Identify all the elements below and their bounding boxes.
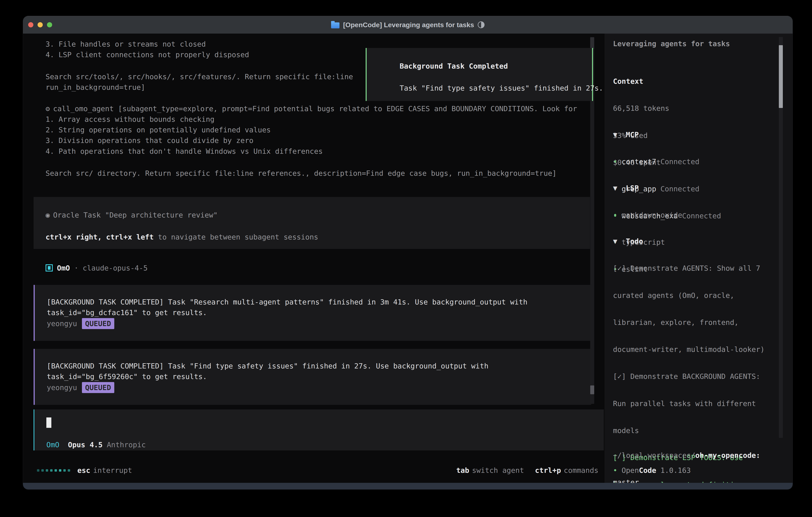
todo-line: librarian, explore, frontend, bbox=[613, 317, 773, 328]
mcp-item: •context7Connected bbox=[613, 156, 721, 167]
tool-call-item: 2. String operations on potentially unde… bbox=[46, 125, 271, 135]
card-text-line: [BACKGROUND TASK COMPLETED] Task "Resear… bbox=[47, 297, 527, 307]
user-label: yeongyu bbox=[47, 383, 77, 392]
context-heading: Context bbox=[613, 76, 669, 87]
workspace-repo: oh-my-opencode: bbox=[695, 451, 760, 459]
session-title: Leveraging agents for tasks bbox=[613, 38, 730, 49]
workspace-path-row: ~/local-workspaces/oh-my-opencode: bbox=[613, 450, 760, 461]
todo-line: document-writer, multimodal-looker) bbox=[613, 344, 773, 355]
agent-model: claude-opus-4-5 bbox=[83, 264, 148, 272]
shortcut-key: ctrl+x left bbox=[106, 233, 154, 241]
progress-spinner bbox=[37, 469, 70, 472]
folder-icon bbox=[331, 22, 340, 28]
tool-call-footer: Search src/ directory. Return specific f… bbox=[46, 168, 557, 179]
input-model-name[interactable]: Opus 4.5 bbox=[68, 441, 103, 449]
separator-dot: · bbox=[74, 264, 79, 272]
esc-key-label: interrupt bbox=[93, 466, 132, 474]
close-button[interactable] bbox=[28, 22, 33, 27]
toast-title: Background Task Completed bbox=[400, 61, 508, 71]
proxy-circle-icon bbox=[478, 21, 485, 28]
window-title: [OpenCode] Leveraging agents for tasks bbox=[343, 21, 474, 29]
card-text-line: task_id="bg_dcfac161" to get results. bbox=[47, 307, 207, 318]
message-line: run_in_background=true] bbox=[46, 82, 145, 92]
tool-call-item: 3. Division operations that could divide… bbox=[46, 135, 253, 146]
gear-icon: ⚙ bbox=[46, 105, 50, 113]
card-meta-row: yeongyuQUEUED bbox=[47, 318, 114, 329]
mcp-heading-row[interactable]: ▼MCP bbox=[613, 129, 721, 140]
background-task-card: [BACKGROUND TASK COMPLETED] Task "Find t… bbox=[34, 349, 591, 405]
shortcut-key: ctrl+x right, bbox=[46, 233, 102, 241]
desktop: [OpenCode] Leveraging agents for tasks 3… bbox=[0, 0, 812, 517]
card-meta-row: yeongyuQUEUED bbox=[47, 382, 114, 393]
message-line: 3. File handles or streams not closed bbox=[46, 39, 206, 49]
ctrlp-key-label: commands bbox=[564, 466, 599, 474]
version-row: •OpenCode1.0.163 bbox=[613, 465, 691, 475]
input-provider-name: Anthropic bbox=[107, 441, 146, 449]
main-scrollbar-thumb[interactable] bbox=[590, 385, 594, 394]
oracle-icon: ◉ bbox=[46, 211, 50, 219]
workspace-info: ~/local-workspaces/oh-my-opencode: maste… bbox=[613, 434, 760, 489]
toast-notification: Background Task Completed Task "Find typ… bbox=[366, 48, 593, 101]
chevron-down-icon: ▼ bbox=[613, 129, 626, 140]
app-version: 1.0.163 bbox=[660, 466, 691, 474]
oracle-task-panel: ◉Oracle Task "Deep architecture review" … bbox=[34, 197, 590, 249]
bullet-icon: • bbox=[613, 465, 621, 475]
opencode-window: [OpenCode] Leveraging agents for tasks 3… bbox=[23, 16, 793, 489]
card-text-line: task_id="bg_6f59260c" to get results. bbox=[47, 371, 207, 382]
message-line: 4. LSP client connections not properly d… bbox=[46, 49, 249, 60]
chevron-down-icon: ▼ bbox=[613, 236, 626, 246]
agent-name: OmO bbox=[57, 264, 70, 272]
todo-line: curated agents (OmO, oracle, bbox=[613, 290, 773, 301]
lsp-heading-row[interactable]: ▼LSP bbox=[613, 183, 682, 193]
card-text-line: [BACKGROUND TASK COMPLETED] Task "Find t… bbox=[47, 361, 489, 371]
omo-agent-icon bbox=[46, 264, 53, 272]
status-bar: esc interrupt tab switch agent ctrl+p co… bbox=[23, 465, 604, 475]
esc-key-hint: esc bbox=[77, 466, 90, 474]
traffic-lights bbox=[28, 16, 52, 34]
status-badge: QUEUED bbox=[82, 382, 114, 393]
context-tokens: 66,518 tokens bbox=[613, 103, 669, 113]
ctrlp-key-hint: ctrl+p bbox=[535, 466, 561, 474]
tool-call-header: ⚙call_omo_agent [subagent_type=explore, … bbox=[46, 103, 577, 114]
tool-call-item: 4. Path operations that don't handle Win… bbox=[46, 146, 323, 157]
minimize-button[interactable] bbox=[37, 22, 43, 27]
main-scrollbar-thumb-top[interactable] bbox=[590, 37, 594, 49]
window-titlebar: [OpenCode] Leveraging agents for tasks bbox=[23, 16, 793, 34]
prompt-input[interactable]: OmOOpus 4.5Anthropic bbox=[34, 409, 604, 451]
input-agent-name[interactable]: OmO bbox=[46, 441, 59, 449]
sidebar: Leveraging agents for tasks Context 66,5… bbox=[604, 34, 793, 483]
user-label: yeongyu bbox=[47, 320, 77, 328]
tab-key-label: switch agent bbox=[472, 466, 524, 474]
app-name-bold: Code bbox=[639, 466, 656, 474]
background-task-card: [BACKGROUND TASK COMPLETED] Task "Resear… bbox=[34, 285, 591, 341]
bullet-icon: • bbox=[613, 210, 621, 220]
todo-line: Run parallel tasks with different bbox=[613, 398, 773, 409]
message-line: Search src/tools/, src/hooks/, src/featu… bbox=[46, 71, 353, 82]
status-badge: QUEUED bbox=[82, 318, 114, 329]
workspace-path: ~/local-workspaces/ bbox=[613, 451, 695, 459]
toast-body: Task "Find type safety issues" finished … bbox=[400, 83, 603, 93]
oracle-task-hint: ctrl+x right,ctrl+x left to navigate bet… bbox=[46, 232, 318, 242]
bullet-icon: • bbox=[613, 156, 621, 167]
text-cursor bbox=[46, 417, 51, 428]
window-bottom-chrome bbox=[23, 483, 793, 489]
chevron-down-icon: ▼ bbox=[613, 183, 626, 193]
app-name-dim: Open bbox=[621, 466, 639, 474]
window-title-group: [OpenCode] Leveraging agents for tasks bbox=[331, 21, 485, 29]
todo-heading-row[interactable]: ▼Todo bbox=[613, 236, 773, 246]
todo-line: [✓] Demonstrate BACKGROUND AGENTS: bbox=[613, 371, 773, 382]
tool-call-item: 1. Array access without bounds checking bbox=[46, 114, 214, 125]
zoom-button[interactable] bbox=[47, 22, 52, 27]
sidebar-scrollbar-thumb[interactable] bbox=[779, 45, 783, 108]
input-model-row: OmOOpus 4.5Anthropic bbox=[46, 439, 146, 450]
tab-key-hint: tab bbox=[456, 466, 469, 474]
oracle-task-title: ◉Oracle Task "Deep architecture review" bbox=[46, 210, 218, 220]
chat-area: 3. File handles or streams not closed 4.… bbox=[23, 34, 604, 483]
todo-line: [✓] Demonstrate AGENTS: Show all 7 bbox=[613, 263, 773, 273]
lsp-item: •markdown-oxide bbox=[613, 210, 682, 220]
